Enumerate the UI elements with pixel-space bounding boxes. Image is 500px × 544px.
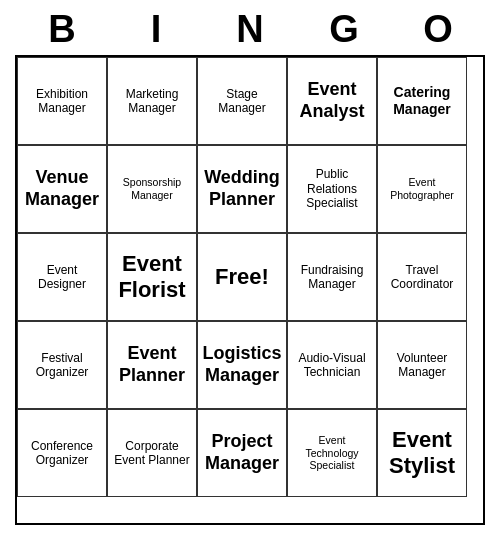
- cell-r2-c0: Event Designer: [17, 233, 107, 321]
- cell-r0-c0: Exhibition Manager: [17, 57, 107, 145]
- bingo-title: B I N G O: [15, 0, 485, 55]
- cell-r2-c1: Event Florist: [107, 233, 197, 321]
- cell-r2-c4: Travel Coordinator: [377, 233, 467, 321]
- cell-r1-c2: Wedding Planner: [197, 145, 287, 233]
- cell-r1-c3: Public Relations Specialist: [287, 145, 377, 233]
- bingo-grid: Exhibition ManagerMarketing ManagerStage…: [15, 55, 485, 525]
- cell-r1-c0: Venue Manager: [17, 145, 107, 233]
- letter-i: I: [113, 8, 199, 51]
- cell-r4-c2: Project Manager: [197, 409, 287, 497]
- cell-r1-c4: Event Photographer: [377, 145, 467, 233]
- letter-g: G: [301, 8, 387, 51]
- cell-r4-c1: Corporate Event Planner: [107, 409, 197, 497]
- cell-r3-c3: Audio-Visual Technician: [287, 321, 377, 409]
- cell-r4-c3: Event Technology Specialist: [287, 409, 377, 497]
- cell-r3-c1: Event Planner: [107, 321, 197, 409]
- cell-r1-c1: Sponsorship Manager: [107, 145, 197, 233]
- cell-r3-c4: Volunteer Manager: [377, 321, 467, 409]
- letter-b: B: [19, 8, 105, 51]
- cell-r2-c2: Free!: [197, 233, 287, 321]
- cell-r0-c1: Marketing Manager: [107, 57, 197, 145]
- cell-r3-c0: Festival Organizer: [17, 321, 107, 409]
- cell-r3-c2: Logistics Manager: [197, 321, 287, 409]
- cell-r0-c3: Event Analyst: [287, 57, 377, 145]
- cell-r0-c2: Stage Manager: [197, 57, 287, 145]
- letter-n: N: [207, 8, 293, 51]
- cell-r4-c0: Conference Organizer: [17, 409, 107, 497]
- cell-r0-c4: Catering Manager: [377, 57, 467, 145]
- cell-r4-c4: Event Stylist: [377, 409, 467, 497]
- cell-r2-c3: Fundraising Manager: [287, 233, 377, 321]
- letter-o: O: [395, 8, 481, 51]
